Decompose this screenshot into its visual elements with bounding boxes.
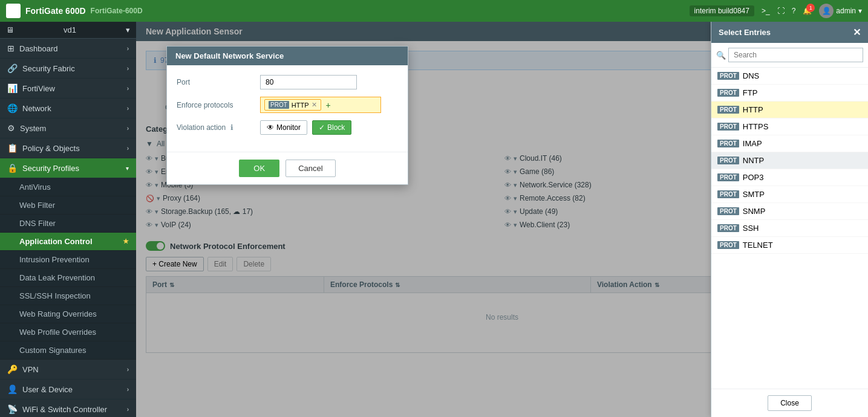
terminal-icon[interactable]: >_ bbox=[762, 7, 770, 15]
admin-label: admin bbox=[836, 7, 856, 15]
ndns-dialog: New Default Network Service Port Enforce… bbox=[166, 46, 408, 185]
se-item-label: SMTP bbox=[743, 190, 765, 199]
check-icon: ✓ bbox=[319, 123, 325, 132]
sidebar-label: Security Profiles bbox=[22, 164, 79, 173]
main-layout: 🖥 vd1 ▾ ⊞ Dashboard › 🔗 Security Fabric … bbox=[0, 22, 868, 417]
wifi-icon: 📡 bbox=[7, 404, 18, 414]
info-icon[interactable]: ℹ bbox=[230, 123, 233, 132]
se-item-label: HTTPS bbox=[743, 122, 769, 131]
topbar-right: interim build0847 >_ ⛶ ? 🔔1 👤 admin ▾ bbox=[690, 4, 862, 18]
se-item-label: SNMP bbox=[743, 207, 766, 216]
vd-arrow: ▾ bbox=[126, 25, 130, 34]
dashboard-icon: ⊞ bbox=[7, 44, 15, 53]
notification-bell[interactable]: 🔔1 bbox=[803, 7, 812, 15]
sidebar-item-web-filter[interactable]: Web Filter bbox=[0, 196, 136, 215]
add-protocol-icon[interactable]: + bbox=[324, 100, 333, 110]
dialog-content: Port Enforce protocols PROT HTTP ✕ + bbox=[167, 65, 408, 152]
prot-badge: PROT bbox=[269, 101, 289, 109]
sidebar-item-antivirus[interactable]: AntiVirus bbox=[0, 178, 136, 196]
admin-menu[interactable]: 👤 admin ▾ bbox=[819, 4, 862, 18]
security-fabric-icon: 🔗 bbox=[7, 63, 18, 73]
chevron-down-icon: ▾ bbox=[126, 165, 129, 172]
topbar: FortiGate 600D FortiGate-600D interim bu… bbox=[0, 0, 868, 22]
sidebar-item-dns-filter[interactable]: DNS Filter bbox=[0, 215, 136, 233]
monitor-button[interactable]: 👁 Monitor bbox=[260, 120, 307, 135]
system-icon: ⚙ bbox=[7, 123, 15, 133]
se-item-dns[interactable]: PROT DNS bbox=[711, 68, 868, 85]
violation-label: Violation action ℹ bbox=[177, 123, 255, 132]
sidebar-label: Security Fabric bbox=[22, 64, 75, 73]
cancel-button[interactable]: Cancel bbox=[286, 160, 335, 177]
sidebar-label: WiFi & Switch Controller bbox=[22, 405, 107, 414]
help-icon[interactable]: ? bbox=[792, 7, 796, 15]
fullscreen-icon[interactable]: ⛶ bbox=[777, 7, 785, 15]
se-list: PROT DNS PROT FTP PROT HTTP PROT HTTPS P… bbox=[711, 68, 868, 389]
se-item-smtp[interactable]: PROT SMTP bbox=[711, 186, 868, 203]
network-icon: 🌐 bbox=[7, 103, 18, 113]
sidebar-item-system[interactable]: ⚙ System › bbox=[0, 118, 136, 138]
sidebar-item-user-device[interactable]: 👤 User & Device › bbox=[0, 380, 136, 399]
user-icon: 👤 bbox=[7, 384, 18, 394]
se-search[interactable]: 🔍 bbox=[711, 43, 868, 68]
sidebar-label: Dashboard bbox=[19, 44, 58, 53]
sidebar-item-intrusion-prevention[interactable]: Intrusion Prevention bbox=[0, 251, 136, 269]
port-input[interactable] bbox=[260, 75, 357, 89]
sidebar-item-wifi[interactable]: 📡 WiFi & Switch Controller › bbox=[0, 399, 136, 417]
protocol-tags-wrapper[interactable]: PROT HTTP ✕ + bbox=[260, 97, 381, 113]
sidebar-item-data-leak[interactable]: Data Leak Prevention bbox=[0, 269, 136, 287]
fortiview-icon: 📊 bbox=[7, 83, 18, 93]
se-header: Select Entries ✕ bbox=[711, 22, 868, 43]
se-item-label: POP3 bbox=[743, 173, 764, 182]
ok-button[interactable]: OK bbox=[239, 160, 279, 177]
se-item-ftp[interactable]: PROT FTP bbox=[711, 85, 868, 102]
sidebar-item-fortiview[interactable]: 📊 FortiView › bbox=[0, 79, 136, 99]
se-item-ssh[interactable]: PROT SSH bbox=[711, 220, 868, 237]
sidebar-item-ssl-ssh[interactable]: SSL/SSH Inspection bbox=[0, 287, 136, 305]
sidebar-label: Network bbox=[22, 104, 51, 113]
chevron-right-icon: › bbox=[127, 406, 129, 413]
close-button[interactable]: Close bbox=[768, 395, 812, 411]
prot-badge: PROT bbox=[717, 106, 739, 114]
sidebar-item-web-profile[interactable]: Web Profile Overrides bbox=[0, 323, 136, 341]
sidebar-item-network[interactable]: 🌐 Network › bbox=[0, 99, 136, 118]
prot-badge: PROT bbox=[717, 224, 739, 232]
prot-badge: PROT bbox=[717, 190, 739, 198]
se-search-input[interactable] bbox=[728, 48, 863, 62]
close-icon[interactable]: ✕ bbox=[853, 27, 861, 38]
block-button[interactable]: ✓ Block bbox=[312, 120, 351, 135]
se-item-telnet[interactable]: PROT TELNET bbox=[711, 237, 868, 254]
sidebar-item-vpn[interactable]: 🔑 VPN › bbox=[0, 360, 136, 380]
tag-remove-icon[interactable]: ✕ bbox=[312, 101, 317, 109]
build-info[interactable]: interim build0847 bbox=[690, 5, 754, 16]
se-item-label: NNTP bbox=[743, 156, 764, 165]
sidebar-item-security-fabric[interactable]: 🔗 Security Fabric › bbox=[0, 59, 136, 79]
eye-icon: 👁 bbox=[267, 123, 274, 132]
chevron-right-icon: › bbox=[127, 45, 129, 52]
block-label: Block bbox=[327, 123, 345, 132]
se-item-http[interactable]: PROT HTTP bbox=[711, 102, 868, 118]
se-item-pop3[interactable]: PROT POP3 bbox=[711, 169, 868, 186]
sidebar-item-policy[interactable]: 📋 Policy & Objects › bbox=[0, 138, 136, 158]
se-item-https[interactable]: PROT HTTPS bbox=[711, 118, 868, 135]
prot-badge: PROT bbox=[717, 241, 739, 249]
product-subtitle: FortiGate-600D bbox=[91, 7, 143, 15]
chevron-right-icon: › bbox=[127, 65, 129, 72]
se-item-label: DNS bbox=[743, 71, 759, 80]
sidebar-item-app-control[interactable]: Application Control ★ bbox=[0, 233, 136, 251]
prot-badge: PROT bbox=[717, 157, 739, 164]
sidebar-label: System bbox=[20, 124, 46, 133]
se-item-imap[interactable]: PROT IMAP bbox=[711, 135, 868, 152]
sidebar-item-dashboard[interactable]: ⊞ Dashboard › bbox=[0, 39, 136, 59]
vd-selector[interactable]: 🖥 vd1 ▾ bbox=[0, 22, 136, 39]
sidebar-item-web-rating[interactable]: Web Rating Overrides bbox=[0, 305, 136, 323]
sidebar-item-custom-sig[interactable]: Custom Signatures bbox=[0, 341, 136, 360]
se-item-snmp[interactable]: PROT SNMP bbox=[711, 203, 868, 220]
sidebar-item-security-profiles[interactable]: 🔒 Security Profiles ▾ bbox=[0, 158, 136, 178]
prot-badge: PROT bbox=[717, 173, 739, 181]
se-item-nntp[interactable]: PROT NNTP bbox=[711, 152, 868, 169]
policy-icon: 📋 bbox=[7, 143, 18, 153]
http-protocol-tag[interactable]: PROT HTTP ✕ bbox=[264, 99, 321, 111]
enforce-label: Enforce protocols bbox=[177, 101, 255, 109]
sidebar-label: Policy & Objects bbox=[22, 144, 80, 153]
chevron-right-icon: › bbox=[127, 85, 129, 92]
